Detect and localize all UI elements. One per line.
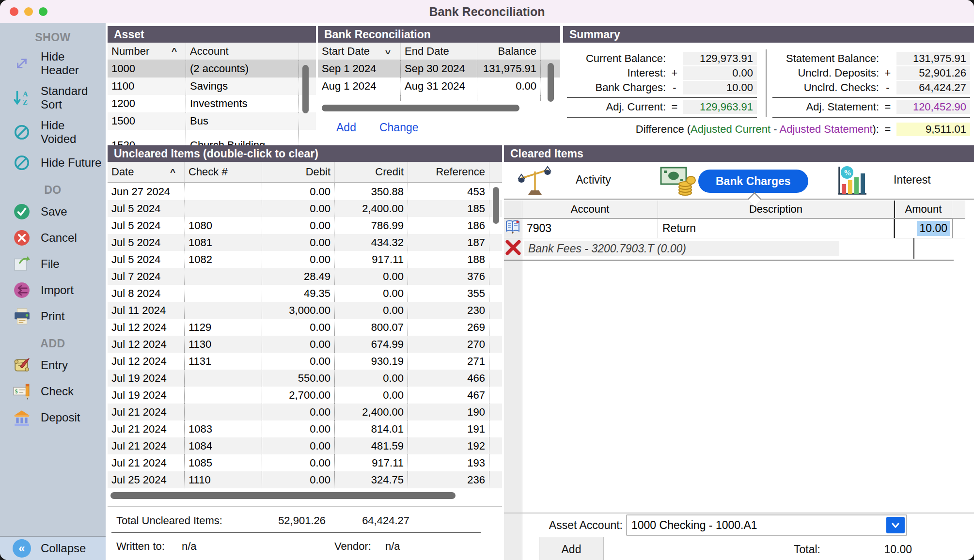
tab-interest[interactable]: Interest — [894, 173, 931, 187]
uncleared-row[interactable]: Jul 12 202411290.00800.07269 — [108, 319, 502, 336]
money-icon — [660, 166, 699, 198]
uncleared-reference: 230 — [408, 302, 489, 319]
sidebar-item-file[interactable]: File — [0, 251, 106, 277]
expand-arrows-icon — [13, 54, 31, 73]
uncleared-row[interactable]: Jul 21 202410830.00814.01191 — [108, 420, 502, 437]
asset-row[interactable]: 1520Church Building — [108, 130, 316, 147]
sidebar-item-save[interactable]: Save — [0, 199, 106, 225]
sidebar-item-hide-future[interactable]: Hide Future — [0, 150, 106, 176]
uncleared-debit: 0.00 — [262, 420, 335, 437]
uncleared-deposits-value: 52,901.26 — [896, 66, 970, 80]
asset-panel: Asset Number^ Account 1000(2 accounts)11… — [108, 26, 316, 143]
tab-bank-charges[interactable]: Bank Charges — [698, 170, 808, 193]
column-header-credit[interactable]: Credit — [335, 162, 408, 182]
asset-row[interactable]: 1100Savings — [108, 78, 316, 95]
asset-panel-title: Asset — [108, 26, 316, 43]
sidebar-item-cancel[interactable]: Cancel — [0, 225, 106, 251]
tab-activity[interactable]: Activity — [576, 173, 611, 187]
app-window: Bank Reconciliation SHOWHide HeaderAZSta… — [0, 0, 974, 560]
bankrec-row[interactable]: Aug 1 2024Aug 31 20240.00 — [318, 78, 560, 95]
asset-row[interactable]: 1200Investments — [108, 95, 316, 112]
column-header-balance[interactable]: Balance — [477, 43, 541, 60]
uncleared-row[interactable]: Jul 21 202410850.00917.11193 — [108, 454, 502, 471]
add-reconciliation-link[interactable]: Add — [336, 121, 356, 134]
uncleared-row[interactable]: Jul 8 202449.350.00355 — [108, 285, 502, 302]
sidebar-item-entry[interactable]: Entry — [0, 352, 106, 378]
uncleared-check-number — [185, 285, 262, 302]
cleared-account-cell[interactable]: 7903 — [522, 219, 658, 238]
column-header-check[interactable]: Check # — [185, 162, 262, 182]
asset-account: (2 accounts) — [186, 60, 299, 78]
sidebar-item-hide-header[interactable]: Hide Header — [0, 46, 106, 80]
asset-account: Investments — [186, 95, 299, 112]
change-reconciliation-link[interactable]: Change — [379, 121, 419, 134]
uncleared-row[interactable]: Jul 11 20243,000.000.00230 — [108, 302, 502, 319]
uncleared-reference: 355 — [408, 285, 489, 302]
column-header-account[interactable]: Account — [522, 201, 658, 218]
column-header-amount[interactable]: Amount — [894, 201, 952, 218]
asset-number: 1200 — [108, 95, 186, 112]
uncleared-credit: 2,400.00 — [335, 200, 408, 217]
uncleared-items-panel: Uncleared Items (double-click to clear) … — [108, 145, 502, 507]
column-header-number[interactable]: Number^ — [108, 43, 186, 60]
column-header-start-date[interactable]: Start Date^ — [318, 43, 401, 60]
sidebar-item-check[interactable]: $Check — [0, 378, 106, 404]
asset-vertical-scrollbar-thumb[interactable] — [302, 65, 309, 113]
asset-account-select[interactable]: 1000 Checking - 1000.A1 — [626, 514, 907, 536]
uncleared-row[interactable]: Jul 12 202411310.00930.19271 — [108, 353, 502, 370]
bankrec-row[interactable]: Sep 1 2024Sep 30 2024131,975.91 — [318, 60, 560, 78]
bank-charges-label: Bank Charges: — [567, 81, 666, 94]
uncleared-row[interactable]: Jul 21 202410840.00481.59192 — [108, 437, 502, 454]
uncleared-debit: 0.00 — [262, 234, 335, 251]
delete-x-icon[interactable] — [504, 239, 522, 258]
uncleared-debit: 3,000.00 — [262, 302, 335, 319]
uncleared-vertical-scrollbar-thumb[interactable] — [493, 187, 499, 224]
column-header-debit[interactable]: Debit — [262, 162, 335, 182]
uncleared-check-number: 1110 — [185, 471, 262, 488]
uncleared-row[interactable]: Jul 12 202411300.00674.99270 — [108, 336, 502, 353]
svg-text:$: $ — [15, 389, 18, 395]
ledger-icon[interactable] — [505, 219, 521, 238]
asset-row[interactable]: 1000(2 accounts) — [108, 60, 316, 78]
chevron-down-icon[interactable] — [886, 517, 905, 533]
sidebar-item-deposit[interactable]: Deposit — [0, 404, 106, 431]
check-pencil-icon: $ — [13, 382, 31, 401]
sidebar-item-standard-sort[interactable]: AZStandard Sort — [0, 80, 106, 115]
bankrec-start-date: Sep 1 2024 — [318, 60, 401, 78]
uncleared-reference: 467 — [408, 387, 489, 404]
uncleared-row[interactable]: Jul 19 20242,700.000.00467 — [108, 387, 502, 404]
uncleared-row[interactable]: Jun 27 20240.00350.88453 — [108, 183, 502, 200]
uncleared-column-headers: Date^ Check # Debit Credit Reference — [108, 162, 502, 183]
column-header-reference[interactable]: Reference — [408, 162, 489, 182]
sidebar-item-import[interactable]: Import — [0, 277, 106, 303]
uncleared-row[interactable]: Jul 25 202411100.00324.75236 — [108, 471, 502, 488]
add-charge-button[interactable]: Add — [539, 537, 604, 560]
asset-account: Church Building — [186, 130, 299, 147]
column-header-account[interactable]: Account — [186, 43, 299, 60]
vendor-value: n/a — [385, 538, 400, 555]
sidebar-item-hide-voided[interactable]: Hide Voided — [0, 115, 106, 149]
bankrec-vertical-scrollbar-thumb[interactable] — [548, 63, 554, 102]
sidebar-item-collapse[interactable]: « Collapse — [0, 536, 106, 560]
uncleared-row[interactable]: Jul 21 20240.002,400.00190 — [108, 404, 502, 420]
uncleared-row[interactable]: Jul 7 202428.490.00376 — [108, 268, 502, 285]
uncleared-horizontal-scrollbar-thumb[interactable] — [110, 492, 456, 499]
cleared-note-row[interactable]: Bank Fees - 3200.7903.T (0.00) — [504, 238, 965, 259]
uncleared-deposits-label: Unclrd. Deposits: — [772, 67, 879, 79]
bankrec-horizontal-scrollbar-thumb[interactable] — [322, 105, 519, 111]
uncleared-row[interactable]: Jul 5 202410820.00917.11188 — [108, 251, 502, 268]
cleared-amount-cell[interactable]: 10.00 — [894, 219, 952, 238]
uncleared-credit: 0.00 — [335, 285, 408, 302]
uncleared-row[interactable]: Jul 5 20240.002,400.00185 — [108, 200, 502, 217]
uncleared-row[interactable]: Jul 5 202410800.00786.99186 — [108, 217, 502, 234]
cleared-row[interactable]: 7903 Return 10.00 — [504, 219, 965, 238]
uncleared-row[interactable]: Jul 19 2024550.000.00466 — [108, 370, 502, 387]
asset-row[interactable]: 1500Bus — [108, 112, 316, 130]
cleared-description-cell[interactable]: Return — [658, 219, 894, 238]
sidebar-item-print[interactable]: Print — [0, 303, 106, 329]
asset-column-headers: Number^ Account — [108, 43, 316, 60]
uncleared-row[interactable]: Jul 5 202410810.00434.32187 — [108, 234, 502, 251]
column-header-end-date[interactable]: End Date — [401, 43, 477, 60]
column-header-description[interactable]: Description — [658, 201, 894, 218]
column-header-date[interactable]: Date^ — [108, 162, 185, 182]
